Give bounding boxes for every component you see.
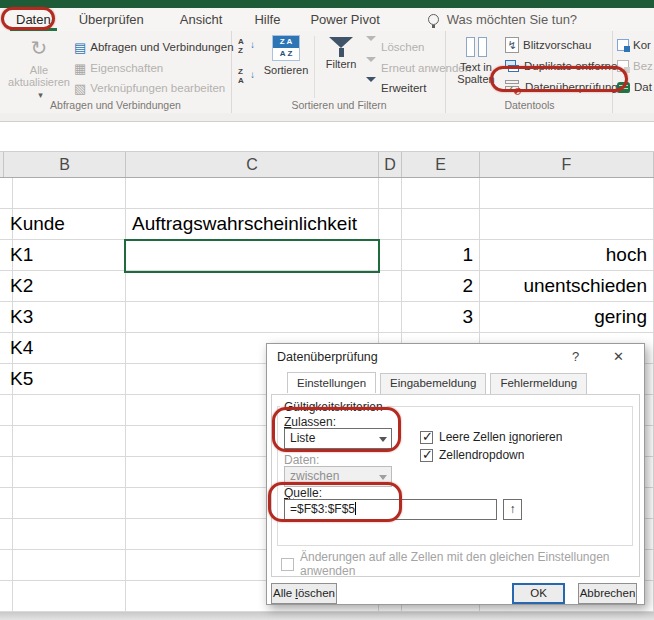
allow-dropdown[interactable]: Liste	[284, 428, 392, 449]
tab-hilfe[interactable]: Hilfe	[248, 9, 286, 31]
apply-all-checkbox: Änderungen auf alle Zellen mit den gleic…	[281, 550, 644, 578]
cell[interactable]	[126, 240, 379, 271]
text-caret	[355, 502, 356, 515]
cell[interactable]	[379, 271, 402, 302]
cell[interactable]: 3	[402, 302, 480, 333]
text-to-columns-icon	[463, 37, 489, 59]
dialog-tabstrip: Einstellungen Eingabemeldung Fehlermeldu…	[287, 373, 591, 394]
cell[interactable]: K4	[4, 333, 126, 364]
tab-fehlermeldung[interactable]: Fehlermeldung	[490, 373, 587, 394]
cell[interactable]	[379, 240, 402, 271]
in-cell-dropdown-checkbox[interactable]: ✓ Zellendropdown	[420, 448, 524, 462]
help-button[interactable]: ?	[572, 349, 579, 364]
consolidate-icon	[617, 39, 629, 51]
ignore-blank-checkbox[interactable]: ✓ Leere Zellen ignorieren	[420, 430, 562, 444]
cell[interactable]	[4, 395, 126, 426]
cell[interactable]	[4, 178, 126, 209]
cell[interactable]: K5	[4, 364, 126, 395]
ribbon-group-data-tools: Text in Spalten ↯ Blitzvorschau Duplikat…	[447, 31, 613, 113]
flash-fill-icon: ↯	[505, 37, 519, 53]
titlebar-strip	[0, 0, 654, 8]
close-icon[interactable]: ✕	[613, 349, 624, 364]
cell[interactable]	[402, 178, 480, 209]
cell[interactable]	[4, 581, 126, 612]
cell[interactable]	[379, 302, 402, 333]
cell[interactable]: unentschieden	[480, 271, 654, 302]
cell[interactable]: hoch	[480, 240, 654, 271]
consolidate-button[interactable]: Kor	[617, 36, 651, 54]
source-label: Quelle:	[284, 486, 322, 500]
arrow-down-icon: ↓	[250, 40, 255, 49]
tab-einstellungen[interactable]: Einstellungen	[287, 372, 376, 393]
tab-ueberpruefen[interactable]: Überprüfen	[73, 9, 150, 31]
queries-connections-button[interactable]: ▤ Abfragen und Verbindungen	[74, 38, 234, 56]
dialog-title: Datenüberprüfung	[277, 350, 378, 364]
cell[interactable]	[480, 209, 654, 240]
cell[interactable]	[126, 271, 379, 302]
allow-label: Zulassen:	[284, 415, 336, 429]
cell[interactable]: K1	[4, 240, 126, 271]
collapse-dialog-button[interactable]: ↑	[503, 499, 522, 520]
cell[interactable]: 1	[402, 240, 480, 271]
data-label: Daten:	[284, 453, 319, 467]
sort-descending-button[interactable]: ZA ↓	[238, 67, 255, 86]
data-model-button[interactable]: Dat	[617, 78, 652, 96]
ribbon: ↻ Alle aktualisieren ▾ ▤ Abfragen und Ve…	[0, 31, 654, 113]
divider	[314, 36, 315, 98]
col-header-D[interactable]: D	[379, 152, 402, 177]
flash-fill-button[interactable]: ↯ Blitzvorschau	[505, 36, 591, 54]
advanced-filter-button[interactable]: Erweitert	[366, 79, 426, 97]
tab-daten[interactable]: Daten	[10, 9, 57, 31]
refresh-all-button: ↻ Alle aktualisieren ▾	[8, 33, 70, 101]
tab-power-pivot[interactable]: Power Pivot	[304, 9, 385, 31]
clear-all-button[interactable]: Alle löschen	[271, 583, 337, 604]
cell[interactable]	[379, 209, 402, 240]
group-label-queries-connections: Abfragen und Verbindungen	[0, 99, 231, 111]
cell[interactable]: K2	[4, 271, 126, 302]
col-header-E[interactable]: E	[402, 152, 480, 177]
chevron-down-icon	[379, 437, 387, 442]
sort-ascending-button[interactable]: AZ ↓	[238, 37, 255, 56]
properties-button: ▦ Eigenschaften	[74, 59, 163, 77]
sort-button[interactable]: Z A A Z Sortieren	[260, 33, 312, 76]
sort-dialog-icon: Z A A Z	[272, 35, 300, 61]
cell[interactable]	[379, 178, 402, 209]
col-header-B[interactable]: B	[4, 152, 126, 177]
filter-funnel-icon	[329, 37, 353, 57]
window-bottom-edge	[0, 612, 654, 620]
cell[interactable]	[126, 302, 379, 333]
col-header-C[interactable]: C	[126, 152, 379, 177]
cell[interactable]: Auftragswahrscheinlichkeit	[126, 209, 379, 240]
queries-pane-icon: ▤	[74, 41, 86, 54]
checkbox-unchecked-icon	[281, 558, 294, 571]
cell[interactable]: gering	[480, 302, 654, 333]
cell[interactable]	[126, 178, 379, 209]
cell[interactable]	[402, 209, 480, 240]
edit-links-button: ▧ Verknüpfungen bearbeiten	[74, 79, 225, 97]
cell[interactable]: Kunde	[4, 209, 126, 240]
text-to-columns-button[interactable]: Text in Spalten	[450, 33, 502, 85]
cell[interactable]	[4, 426, 126, 457]
cell[interactable]	[4, 488, 126, 519]
tab-eingabemeldung[interactable]: Eingabemeldung	[380, 373, 486, 394]
ok-button[interactable]: OK	[512, 583, 565, 604]
ribbon-group-sort-filter: AZ ↓ ZA ↓ Z A A Z Sortieren Filtern Lösc…	[233, 31, 446, 113]
refresh-icon: ↻	[31, 42, 48, 55]
cell[interactable]: 2	[402, 271, 480, 302]
cell[interactable]	[4, 550, 126, 581]
cell[interactable]	[4, 457, 126, 488]
col-header-F[interactable]: F	[480, 152, 654, 177]
cell[interactable]	[480, 178, 654, 209]
cancel-button[interactable]: Abbrechen	[578, 583, 637, 604]
cell[interactable]	[4, 519, 126, 550]
ribbon-group-clipped: Kor Bez Dat	[614, 31, 654, 113]
relationships-button: Bez	[617, 57, 653, 75]
remove-duplicates-button[interactable]: Duplikate entfernen	[505, 57, 624, 75]
tell-me-search[interactable]: Was möchten Sie tun?	[428, 12, 577, 27]
source-input[interactable]: =$F$3:$F$5	[284, 499, 497, 520]
tab-ansicht[interactable]: Ansicht	[174, 9, 229, 31]
data-validation-button[interactable]: ✓ Datenüberprüfung ▾	[505, 78, 625, 96]
filter-button[interactable]: Filtern	[319, 33, 363, 70]
cell[interactable]: K3	[4, 302, 126, 333]
data-dropdown: zwischen	[284, 466, 392, 487]
